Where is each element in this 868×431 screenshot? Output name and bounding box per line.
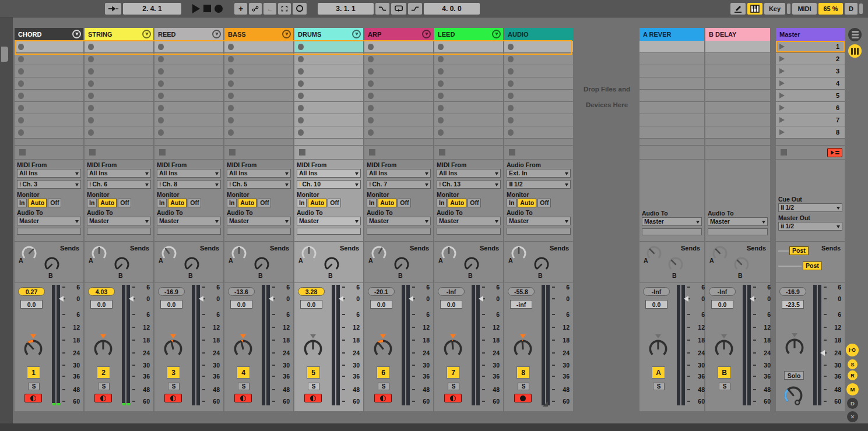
volume-display[interactable]: 0.0 bbox=[230, 300, 252, 309]
peak-level-display[interactable]: -20.1 bbox=[368, 287, 395, 296]
scene-slot[interactable]: 2 bbox=[776, 53, 845, 65]
clip-slot[interactable] bbox=[85, 126, 153, 139]
clip-slot[interactable] bbox=[224, 90, 293, 102]
track-menu-button[interactable] bbox=[282, 30, 291, 38]
track-stop-button[interactable] bbox=[19, 149, 26, 156]
clip-slot[interactable] bbox=[434, 53, 503, 65]
solo-button[interactable]: S bbox=[378, 383, 389, 390]
clip-slot[interactable] bbox=[294, 114, 363, 126]
monitor-auto-button[interactable]: Auto bbox=[308, 199, 326, 207]
monitor-off-button[interactable]: Off bbox=[328, 199, 341, 207]
scene-slot[interactable]: 6 bbox=[776, 102, 845, 114]
monitor-auto-button[interactable]: Auto bbox=[28, 199, 47, 207]
computer-midi-keyboard-button[interactable] bbox=[747, 3, 762, 15]
input-channel-dropdown[interactable]: ⁞Ch. 13 bbox=[437, 180, 501, 189]
track-menu-button[interactable] bbox=[72, 30, 81, 38]
track-activator-button[interactable]: 2 bbox=[97, 366, 110, 379]
peak-level-display[interactable]: 4.03 bbox=[88, 287, 115, 296]
track-header[interactable]: STRING bbox=[85, 28, 153, 41]
track-header[interactable]: Master bbox=[776, 28, 845, 41]
scene-slot[interactable]: 4 bbox=[776, 77, 845, 90]
input-device-dropdown[interactable]: All Ins bbox=[297, 169, 361, 178]
track-header[interactable]: AUDIO bbox=[504, 28, 573, 41]
clip-slot[interactable] bbox=[294, 77, 363, 90]
input-channel-dropdown[interactable]: ⁞Ch. 6 bbox=[87, 180, 151, 189]
clip-slot[interactable] bbox=[224, 41, 293, 53]
scene-slot[interactable]: 7 bbox=[776, 114, 845, 126]
stop-button[interactable] bbox=[203, 5, 211, 12]
clip-slot[interactable] bbox=[15, 90, 83, 102]
peak-level-display[interactable]: -55.8 bbox=[508, 287, 535, 296]
clip-slot[interactable] bbox=[504, 65, 573, 77]
monitor-in-button[interactable]: In bbox=[297, 199, 307, 207]
clip-slot[interactable] bbox=[224, 53, 293, 65]
scene-slot[interactable]: 3 bbox=[776, 65, 845, 77]
io-section-toggle[interactable]: I·O bbox=[846, 344, 859, 356]
pan-knob[interactable] bbox=[511, 337, 535, 363]
volume-display[interactable]: -inf bbox=[510, 300, 532, 309]
pan-knob[interactable] bbox=[21, 337, 45, 363]
volume-display[interactable]: 0.0 bbox=[160, 300, 182, 309]
track-menu-button[interactable] bbox=[142, 30, 151, 38]
track-menu-button[interactable] bbox=[212, 30, 221, 38]
browser-toggle[interactable] bbox=[1, 47, 8, 62]
track-header[interactable]: CHORD bbox=[15, 28, 83, 41]
return-activator-button[interactable]: A bbox=[652, 366, 665, 379]
track-menu-button[interactable] bbox=[352, 30, 361, 38]
output-dropdown[interactable]: Master bbox=[297, 217, 361, 225]
clip-slot[interactable] bbox=[15, 65, 83, 77]
track-stop-button[interactable] bbox=[369, 149, 375, 156]
pan-knob[interactable] bbox=[646, 337, 670, 363]
clip-slot[interactable] bbox=[504, 90, 573, 102]
track-activator-button[interactable]: 7 bbox=[447, 366, 460, 379]
track-menu-button[interactable] bbox=[492, 30, 501, 38]
clip-slot[interactable] bbox=[294, 126, 363, 139]
key-map-button[interactable]: Key bbox=[764, 3, 785, 15]
track-activator-button[interactable]: 3 bbox=[167, 366, 180, 379]
volume-display[interactable]: 0.0 bbox=[711, 300, 733, 309]
clip-slot[interactable] bbox=[364, 90, 433, 102]
clip-slot[interactable] bbox=[639, 41, 704, 53]
output-dropdown[interactable]: Master bbox=[367, 217, 431, 225]
monitor-auto-button[interactable]: Auto bbox=[518, 199, 536, 207]
arm-button[interactable] bbox=[444, 394, 462, 402]
track-header[interactable]: REED bbox=[154, 28, 223, 41]
monitor-off-button[interactable]: Off bbox=[537, 199, 551, 207]
track-stop-button[interactable] bbox=[229, 149, 236, 156]
reenable-automation-button[interactable]: ← bbox=[263, 3, 276, 15]
clip-slot[interactable] bbox=[294, 102, 363, 114]
output-dropdown[interactable]: Master bbox=[642, 217, 702, 226]
track-header[interactable]: DRUMS bbox=[294, 28, 363, 41]
monitor-in-button[interactable]: In bbox=[87, 199, 97, 207]
arrangement-position-display[interactable]: 2. 4. 1 bbox=[123, 3, 181, 15]
volume-display[interactable]: 0.0 bbox=[300, 300, 322, 309]
monitor-off-button[interactable]: Off bbox=[188, 199, 201, 207]
clip-slot[interactable] bbox=[85, 102, 153, 114]
clip-slot[interactable] bbox=[294, 41, 363, 53]
pan-knob[interactable] bbox=[371, 337, 395, 363]
loop-button[interactable] bbox=[391, 3, 406, 15]
clip-slot[interactable] bbox=[434, 77, 503, 90]
clip-slot[interactable] bbox=[639, 53, 704, 65]
clip-slot[interactable] bbox=[364, 114, 433, 126]
monitor-in-button[interactable]: In bbox=[227, 199, 237, 207]
input-channel-dropdown[interactable]: ⁞Ch. 10 bbox=[297, 180, 361, 189]
monitor-off-button[interactable]: Off bbox=[118, 199, 131, 207]
clip-slot[interactable] bbox=[15, 102, 83, 114]
input-channel-dropdown[interactable]: ⁞Ch. 8 bbox=[157, 180, 221, 189]
follow-button[interactable] bbox=[105, 3, 121, 15]
output-dropdown[interactable]: Master bbox=[157, 217, 221, 225]
clip-slot[interactable] bbox=[434, 102, 503, 114]
input-device-dropdown[interactable]: All Ins bbox=[437, 169, 501, 178]
clip-slot[interactable] bbox=[85, 65, 153, 77]
clip-slot[interactable] bbox=[154, 65, 223, 77]
clip-slot[interactable] bbox=[294, 90, 363, 102]
clip-slot[interactable] bbox=[154, 114, 223, 126]
solo-button[interactable]: S bbox=[518, 383, 529, 390]
scene-slot[interactable]: 5 bbox=[776, 90, 845, 102]
track-delay-toggle[interactable]: D bbox=[847, 398, 858, 409]
output-dropdown[interactable]: Master bbox=[227, 217, 291, 225]
solo-button[interactable]: S bbox=[98, 383, 110, 390]
input-channel-dropdown[interactable]: ⁞Ch. 5 bbox=[227, 180, 291, 189]
clip-slot[interactable] bbox=[294, 53, 363, 65]
